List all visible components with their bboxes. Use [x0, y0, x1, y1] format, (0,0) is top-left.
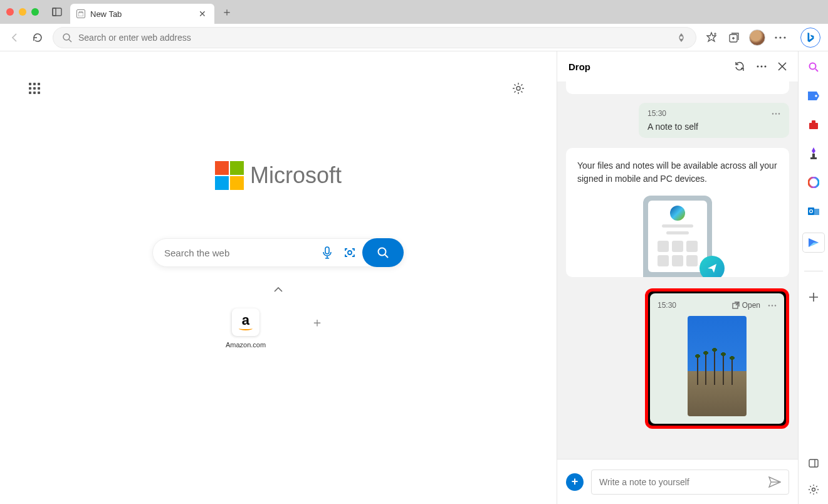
svg-point-21: [772, 305, 773, 306]
svg-rect-32: [809, 459, 818, 467]
microsoft-logo-text: Microsoft: [250, 162, 342, 189]
bing-icon: [805, 32, 815, 43]
svg-point-15: [765, 66, 767, 68]
svg-point-18: [778, 113, 780, 114]
microsoft-logo: Microsoft: [215, 161, 342, 190]
bing-chat-button[interactable]: [800, 28, 820, 48]
back-button[interactable]: [8, 30, 23, 45]
svg-rect-25: [809, 123, 818, 129]
refresh-button[interactable]: [30, 30, 45, 45]
svg-rect-26: [812, 120, 815, 123]
note-input[interactable]: [599, 477, 768, 487]
note-input-wrapper[interactable]: [591, 470, 789, 495]
drop-panel: Drop 15:30: [557, 51, 798, 504]
sidebar-add-button[interactable]: [807, 290, 820, 304]
voice-search-button[interactable]: [316, 246, 338, 260]
drop-close-button[interactable]: [778, 62, 787, 71]
sidebar-outlook-button[interactable]: [807, 204, 820, 218]
svg-point-33: [812, 488, 815, 491]
web-search-box[interactable]: [152, 238, 404, 267]
svg-point-16: [772, 113, 773, 114]
svg-rect-0: [53, 8, 61, 16]
svg-point-22: [775, 305, 776, 306]
sidebar-settings-button[interactable]: [807, 483, 820, 496]
add-attachment-button[interactable]: +: [566, 473, 584, 491]
svg-point-31: [810, 210, 812, 213]
drop-title: Drop: [569, 61, 590, 72]
send-illustration-icon: [700, 256, 725, 277]
profile-avatar[interactable]: [749, 29, 765, 46]
sidebar-shopping-button[interactable]: [807, 89, 820, 103]
browser-toolbar: [0, 24, 828, 51]
sidebar-tools-button[interactable]: [807, 118, 820, 132]
search-submit-button[interactable]: [362, 238, 404, 267]
tab-overview-button[interactable]: [50, 5, 64, 19]
close-window-button[interactable]: [6, 8, 14, 16]
highlighted-image-message: 15:30 Open: [645, 288, 789, 429]
image-message-more-button[interactable]: [768, 305, 777, 307]
maximize-window-button[interactable]: [31, 8, 39, 16]
read-aloud-icon[interactable]: [676, 32, 687, 43]
new-tab-page: Microsoft a Amazon.com: [0, 51, 557, 504]
drop-messages: 15:30 A note to self Your files and note…: [557, 81, 798, 459]
sidebar-drop-button[interactable]: [803, 233, 824, 252]
add-quick-link-button[interactable]: ＋: [303, 308, 331, 349]
web-search-input[interactable]: [153, 248, 316, 258]
favorites-button[interactable]: [704, 30, 719, 45]
close-tab-button[interactable]: ✕: [197, 8, 208, 19]
svg-point-17: [775, 113, 777, 114]
image-thumbnail[interactable]: [688, 316, 747, 416]
sidebar-search-button[interactable]: [807, 60, 820, 74]
drop-refresh-button[interactable]: [734, 61, 745, 72]
svg-rect-28: [810, 157, 817, 159]
drop-more-button[interactable]: [757, 65, 767, 68]
drop-image-message[interactable]: 15:30 Open: [650, 293, 784, 424]
drop-header: Drop: [557, 51, 798, 81]
svg-point-9: [516, 87, 520, 90]
message-more-button[interactable]: [772, 113, 780, 115]
sidebar-collapse-button[interactable]: [807, 456, 820, 470]
more-menu-button[interactable]: [773, 30, 788, 45]
page-settings-button[interactable]: [511, 81, 525, 95]
info-text: Your files and notes will be available a…: [577, 159, 778, 186]
svg-point-3: [63, 34, 70, 40]
expand-quicklinks-button[interactable]: [274, 287, 283, 292]
svg-point-11: [348, 251, 352, 255]
image-message-time: 15:30: [658, 301, 676, 310]
minimize-window-button[interactable]: [19, 8, 26, 16]
tab-favicon: [76, 9, 85, 18]
message-text: A note to self: [647, 122, 780, 132]
svg-rect-10: [325, 247, 329, 254]
svg-rect-1: [53, 8, 56, 16]
send-note-button[interactable]: [768, 476, 781, 488]
open-image-button[interactable]: Open: [732, 301, 760, 310]
address-input[interactable]: [78, 33, 669, 43]
phone-illustration: [643, 196, 712, 277]
svg-point-7: [779, 36, 781, 38]
drop-composer: +: [557, 459, 798, 504]
edge-sidebar: [798, 51, 828, 504]
message-time: 15:30: [647, 109, 666, 118]
svg-point-12: [379, 248, 386, 256]
open-label: Open: [742, 301, 760, 310]
drop-info-card: Your files and notes will be available a…: [566, 148, 789, 277]
browser-tab[interactable]: New Tab ✕: [70, 4, 214, 24]
edge-logo-icon: [670, 206, 685, 221]
tab-title: New Tab: [90, 9, 192, 19]
svg-point-6: [775, 36, 777, 38]
tile-label: Amazon.com: [226, 341, 266, 349]
collections-button[interactable]: [726, 30, 742, 45]
sidebar-games-button[interactable]: [807, 147, 820, 160]
drop-note-message[interactable]: 15:30 A note to self: [639, 103, 789, 138]
app-launcher-button[interactable]: [29, 83, 40, 94]
microsoft-logo-icon: [215, 161, 244, 190]
image-search-button[interactable]: [338, 246, 361, 259]
svg-point-8: [783, 36, 785, 38]
svg-point-23: [809, 63, 815, 70]
address-bar[interactable]: [53, 27, 696, 48]
svg-point-14: [761, 66, 763, 68]
sidebar-office-button[interactable]: [807, 176, 820, 189]
svg-rect-2: [78, 13, 83, 16]
quick-link-tile[interactable]: a Amazon.com: [226, 308, 266, 349]
new-tab-button[interactable]: ＋: [218, 3, 236, 21]
